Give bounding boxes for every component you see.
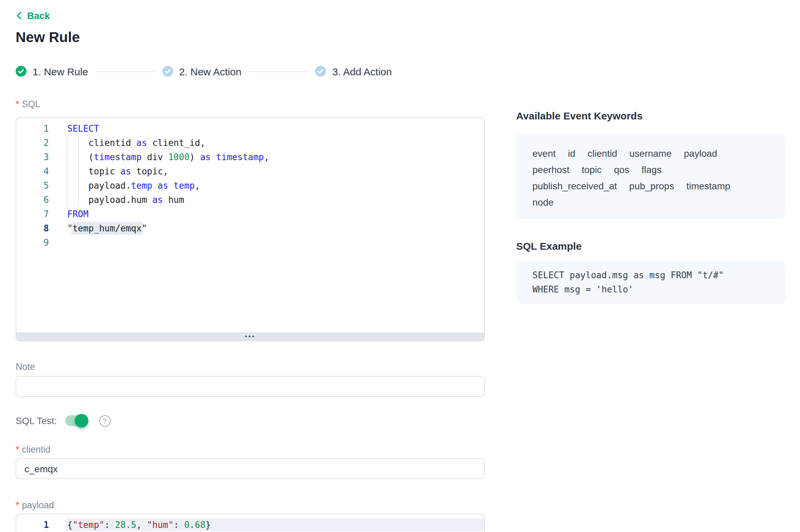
keyword-row: publish_received_atpub_propstimestamp [532, 178, 769, 194]
code-line: 6 payload.hum as hum [16, 193, 484, 207]
code-line: 4 topic as topic, [16, 164, 484, 178]
required-asterisk: * [16, 99, 19, 110]
sql-test-row: SQL Test: ? [16, 414, 485, 428]
keywords-box: eventidclientidusernamepayloadpeerhostto… [516, 134, 786, 219]
payload-field-label: * payload [16, 500, 485, 511]
sql-field-label: * SQL [16, 99, 485, 110]
line-number: 7 [16, 207, 54, 221]
note-label-text: Note [16, 362, 35, 373]
sql-label-text: SQL [22, 99, 40, 110]
step-connector [249, 71, 308, 72]
sql-test-label: SQL Test: [16, 415, 57, 426]
line-number: 1 [16, 121, 54, 136]
keyword-publish_received_at[interactable]: publish_received_at [532, 180, 617, 191]
keyword-row: node [532, 194, 769, 210]
example-code-line: SELECT payload.msg as msg FROM "t/#" [532, 268, 769, 282]
clientid-input[interactable] [16, 458, 485, 479]
page-title: New Rule [16, 30, 485, 45]
keyword-peerhost[interactable]: peerhost [532, 164, 569, 175]
sql-example-box: SELECT payload.msg as msg FROM "t/#"WHER… [516, 261, 786, 304]
back-link[interactable]: Back [16, 10, 50, 21]
keyword-flags[interactable]: flags [641, 164, 661, 175]
step-2-label[interactable]: 2. New Action [179, 65, 241, 77]
line-number: 9 [16, 235, 54, 250]
keyword-pub_props[interactable]: pub_props [629, 180, 674, 191]
keyword-clientid[interactable]: clientid [587, 148, 617, 159]
main-column: Back New Rule 1. New Rule 2. New Action … [16, 0, 485, 532]
keyword-timestamp[interactable]: timestamp [686, 180, 730, 191]
back-label: Back [27, 10, 50, 21]
keyword-row: eventidclientidusernamepayload [532, 145, 769, 162]
line-number: 5 [16, 178, 54, 193]
keywords-title: Available Event Keywords [516, 110, 786, 122]
code-line: 1SELECT [16, 121, 484, 136]
step-2-check-icon [162, 66, 173, 77]
code-line: 3 (timestamp div 1000) as timestamp, [16, 150, 484, 164]
required-asterisk: * [16, 500, 19, 511]
editor-resize-handle[interactable]: ••• [16, 332, 484, 341]
keyword-topic[interactable]: topic [582, 164, 602, 175]
sql-code-editor[interactable]: 1SELECT2 clientid as client_id,3 (timest… [16, 117, 485, 341]
step-connector [95, 71, 154, 72]
sql-test-toggle[interactable] [65, 415, 87, 426]
code-line: 5 payload.temp as temp, [16, 178, 484, 193]
sql-editor-lines: 1SELECT2 clientid as client_id,3 (timest… [16, 118, 484, 332]
keyword-node[interactable]: node [532, 197, 553, 208]
keyword-event[interactable]: event [532, 148, 556, 159]
steps-bar: 1. New Rule 2. New Action 3. Add Action [16, 66, 485, 77]
help-panel: Available Event Keywords eventidclientid… [516, 110, 786, 304]
code-line: 2 clientid as client_id, [16, 136, 484, 150]
line-number: 8 [16, 221, 54, 235]
step-1-label[interactable]: 1. New Rule [33, 65, 88, 77]
keyword-row: peerhosttopicqosflags [532, 162, 769, 178]
clientid-label-text: clientid [22, 444, 51, 455]
line-number: 4 [16, 164, 54, 178]
chevron-left-icon [16, 12, 23, 20]
note-input[interactable] [16, 376, 485, 397]
payload-editor-lines: 1{"temp": 28.5, "hum": 0.68} [16, 514, 484, 532]
line-number: 3 [16, 150, 54, 164]
sql-example-title: SQL Example [516, 240, 786, 252]
payload-label-text: payload [22, 500, 54, 511]
keyword-id[interactable]: id [568, 148, 576, 159]
keyword-qos[interactable]: qos [614, 164, 629, 175]
code-line: 7FROM [16, 207, 484, 221]
new-rule-page: Back New Rule 1. New Rule 2. New Action … [0, 0, 800, 532]
step-1-check-icon [16, 66, 26, 77]
clientid-field-label: * clientid [16, 444, 485, 455]
example-code-line: WHERE msg = 'hello' [532, 282, 769, 297]
keyword-username[interactable]: username [630, 148, 672, 159]
code-line: 8"temp_hum/emqx" [16, 221, 484, 235]
toggle-knob [74, 414, 88, 428]
back-row: Back [16, 10, 485, 21]
step-3-label[interactable]: 3. Add Action [332, 65, 392, 77]
line-number: 2 [16, 136, 54, 150]
code-line: 9 [16, 235, 484, 250]
required-asterisk: * [16, 444, 19, 455]
line-number: 1 [16, 518, 54, 532]
step-3-check-icon [315, 66, 326, 77]
keyword-payload[interactable]: payload [684, 148, 717, 159]
help-icon[interactable]: ? [99, 415, 110, 426]
line-number: 6 [16, 193, 54, 207]
note-field-label: Note [16, 362, 485, 373]
code-line: 1{"temp": 28.5, "hum": 0.68} [16, 518, 484, 532]
payload-code-editor[interactable]: 1{"temp": 28.5, "hum": 0.68} [16, 514, 485, 532]
